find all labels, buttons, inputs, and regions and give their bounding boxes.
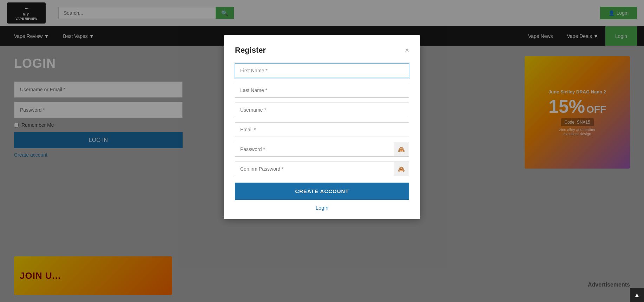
username-input[interactable] (235, 103, 409, 117)
modal-overlay[interactable]: Register × 🙈 🙈 CREATE ACCOUNT Login (0, 0, 644, 302)
first-name-input[interactable] (235, 63, 409, 78)
password-toggle-button[interactable]: 🙈 (394, 142, 409, 157)
create-account-button[interactable]: CREATE ACCOUNT (235, 183, 409, 200)
confirm-password-toggle-button[interactable]: 🙈 (394, 162, 409, 176)
scroll-to-top-button[interactable]: ▲ (630, 288, 644, 302)
password-wrap: 🙈 (235, 142, 409, 157)
last-name-input[interactable] (235, 83, 409, 98)
eye-off-icon: 🙈 (398, 146, 405, 153)
modal-login-link[interactable]: Login (235, 205, 409, 211)
confirm-password-wrap: 🙈 (235, 162, 409, 176)
modal-header: Register × (235, 46, 409, 55)
modal-close-button[interactable]: × (405, 47, 409, 54)
chevron-up-icon: ▲ (634, 291, 640, 299)
modal-title: Register (235, 46, 266, 55)
eye-off-icon-2: 🙈 (398, 166, 405, 172)
confirm-password-field[interactable] (235, 162, 409, 176)
register-modal: Register × 🙈 🙈 CREATE ACCOUNT Login (224, 35, 420, 219)
password-field[interactable] (235, 142, 409, 157)
email-input[interactable] (235, 122, 409, 137)
